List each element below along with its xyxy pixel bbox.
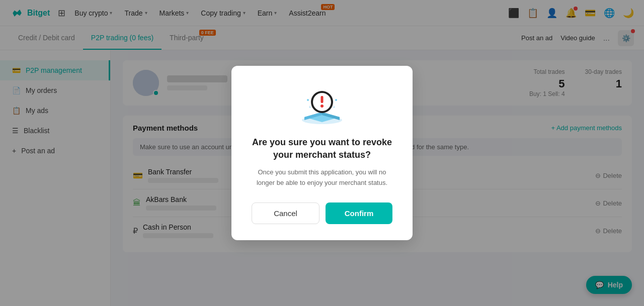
svg-point-7 [320,105,324,108]
svg-point-8 [307,99,309,101]
modal-actions: Cancel Confirm [252,202,392,224]
revoke-merchant-modal: Are you sure you want to revoke your mer… [231,66,413,240]
modal-title: Are you sure you want to revoke your mer… [252,136,392,161]
svg-point-10 [309,107,311,108]
modal-confirm-button[interactable]: Confirm [326,202,392,224]
warning-illustration [297,86,347,126]
modal-overlay: Are you sure you want to revoke your mer… [0,0,644,306]
svg-rect-6 [321,96,324,103]
svg-point-9 [335,99,337,101]
modal-icon-wrap [252,86,392,126]
svg-point-11 [334,107,335,108]
modal-cancel-button[interactable]: Cancel [252,202,319,224]
modal-description: Once you submit this application, you wi… [252,167,392,188]
